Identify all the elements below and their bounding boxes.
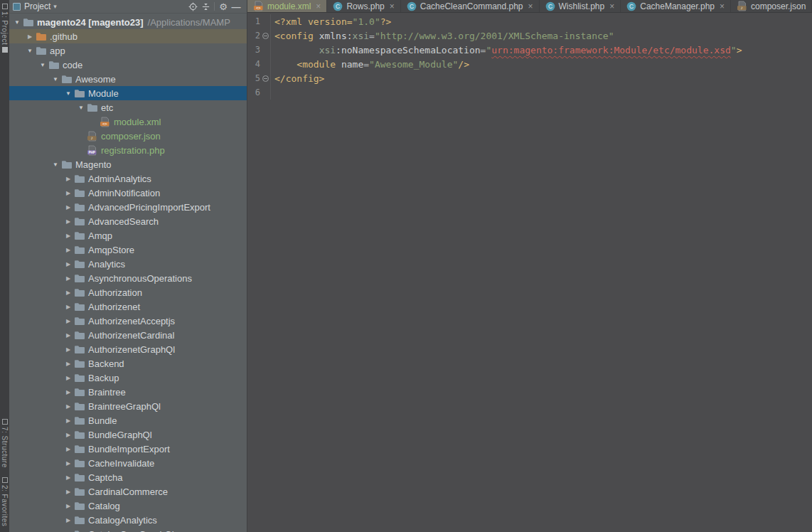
collapse-arrow-icon[interactable]: ▶ [63, 275, 73, 282]
collapse-arrow-icon[interactable]: ▶ [63, 446, 73, 452]
tree-row-advancedpricingimportexport[interactable]: ▶AdvancedPricingImportExport [9, 200, 247, 214]
collapse-arrow-icon[interactable]: ▶ [63, 332, 73, 339]
svg-text:♪: ♪ [91, 135, 93, 140]
tree-item-label: Magento [75, 159, 112, 170]
tree-row-magento24[interactable]: ▼magento24 [magento23]/Applications/MAMP [9, 15, 247, 29]
tree-row-authorizenet[interactable]: ▶Authorizenet [9, 299, 247, 314]
locate-file-button[interactable] [186, 1, 199, 12]
code-token-ns: xsi [353, 31, 369, 41]
close-icon[interactable]: × [720, 2, 725, 11]
collapse-arrow-icon[interactable]: ▶ [63, 318, 73, 324]
tree-row-authorizenetgraphql[interactable]: ▶AuthorizenetGraphQl [9, 342, 247, 356]
close-icon[interactable]: × [390, 2, 395, 11]
expand-arrow-icon[interactable]: ▼ [25, 48, 35, 54]
close-icon[interactable]: × [528, 2, 533, 11]
tree-row-app[interactable]: ▼app [9, 43, 247, 58]
collapse-arrow-icon[interactable]: ▶ [63, 503, 73, 509]
expand-arrow-icon[interactable]: ▼ [50, 161, 60, 168]
collapse-arrow-icon[interactable]: ▶ [63, 474, 73, 481]
tab-rows.php[interactable]: CRows.php× [327, 0, 400, 12]
tree-row-bundleimportexport[interactable]: ▶BundleImportExport [9, 442, 247, 456]
tree-row-module[interactable]: ▼Module [9, 86, 247, 100]
favorites-tool-button[interactable]: 2: Favorites [1, 475, 9, 526]
tab-module.xml[interactable]: <>module.xml× [247, 0, 327, 12]
close-icon[interactable]: × [316, 2, 321, 11]
tab-cachemanager.php[interactable]: CCacheManager.php× [621, 0, 731, 12]
collapse-arrow-icon[interactable]: ▶ [63, 190, 73, 196]
collapse-arrow-icon[interactable]: ▶ [63, 233, 73, 239]
tree-row-amqp[interactable]: ▶Amqp [9, 228, 247, 243]
collapse-arrow-icon[interactable]: ▶ [25, 33, 35, 40]
tab-wishlist.php[interactable]: CWishlist.php× [540, 0, 621, 12]
collapse-arrow-icon[interactable]: ▶ [63, 204, 73, 211]
collapse-arrow-icon[interactable]: ▶ [63, 375, 73, 381]
tree-row-authorization[interactable]: ▶Authorization [9, 285, 247, 299]
settings-button[interactable]: ⚙ [217, 1, 230, 12]
collapse-arrow-icon[interactable]: ▶ [63, 361, 73, 367]
collapse-arrow-icon[interactable]: ▶ [63, 403, 73, 410]
tree-row-advancedsearch[interactable]: ▶AdvancedSearch [9, 214, 247, 228]
collapse-arrow-icon[interactable]: ▶ [63, 218, 73, 225]
collapse-arrow-icon[interactable]: ▶ [63, 432, 73, 438]
collapse-arrow-icon[interactable]: ▶ [63, 389, 73, 395]
tree-row-backend[interactable]: ▶Backend [9, 356, 247, 371]
tree-row-composer.json[interactable]: ♪composer.json [9, 129, 247, 143]
chevron-down-icon[interactable]: ▾ [53, 3, 57, 10]
collapse-arrow-icon[interactable]: ▶ [63, 247, 73, 253]
tree-row-bundlegraphql[interactable]: ▶BundleGraphQl [9, 427, 247, 442]
collapse-arrow-icon[interactable]: ▶ [63, 289, 73, 296]
code-line: <?xml version="1.0"?> [271, 16, 391, 27]
tree-row-magento[interactable]: ▼Magento [9, 157, 247, 171]
tree-row-amqpstore[interactable]: ▶AmqpStore [9, 243, 247, 257]
collapse-arrow-icon[interactable]: ▶ [63, 304, 73, 310]
tree-row-backup[interactable]: ▶Backup [9, 371, 247, 385]
collapse-all-button[interactable] [199, 1, 212, 12]
tree-row-bundle[interactable]: ▶Bundle [9, 413, 247, 427]
expand-arrow-icon[interactable]: ▼ [63, 90, 73, 97]
collapse-arrow-icon[interactable]: ▶ [63, 346, 73, 353]
expand-arrow-icon[interactable]: ▼ [38, 62, 48, 68]
project-tool-button[interactable]: 1: Project [1, 1, 9, 55]
tree-row-registration.php[interactable]: PHPregistration.php [9, 143, 247, 157]
tab-cachecleancommand.php[interactable]: CCacheCleanCommand.php× [401, 0, 540, 12]
tree-row-etc[interactable]: ▼etc [9, 100, 247, 115]
fold-icon[interactable] [262, 33, 269, 39]
close-icon[interactable]: × [609, 2, 614, 11]
collapse-arrow-icon[interactable]: ▶ [63, 460, 73, 467]
expand-arrow-icon[interactable]: ▼ [12, 19, 22, 26]
collapse-arrow-icon[interactable]: ▶ [63, 261, 73, 267]
tree-row-cardinalcommerce[interactable]: ▶CardinalCommerce [9, 484, 247, 499]
hide-panel-button[interactable]: — [230, 1, 242, 12]
expand-arrow-icon[interactable]: ▼ [76, 105, 86, 111]
tree-item-label: module.xml [114, 117, 161, 127]
tree-item-label: magento24 [magento23] [37, 17, 144, 28]
tree-row-cacheinvalidate[interactable]: ▶CacheInvalidate [9, 456, 247, 470]
tree-row-analytics[interactable]: ▶Analytics [9, 257, 247, 271]
tree-row-adminnotification[interactable]: ▶AdminNotification [9, 186, 247, 200]
tree-row-catalogcmsgraphql[interactable]: ▶CatalogCmsGraphQl [9, 527, 247, 532]
tree-row-braintreegraphql[interactable]: ▶BraintreeGraphQl [9, 399, 247, 413]
collapse-arrow-icon[interactable]: ▶ [63, 489, 73, 495]
expand-arrow-icon[interactable]: ▼ [50, 76, 60, 83]
tree-row-authorizenetcardinal[interactable]: ▶AuthorizenetCardinal [9, 328, 247, 342]
tree-row-awesome[interactable]: ▼Awesome [9, 72, 247, 86]
collapse-arrow-icon[interactable]: ▶ [63, 176, 73, 182]
fold-marker[interactable] [260, 33, 270, 39]
tree-row-module.xml[interactable]: <>module.xml [9, 115, 247, 129]
tree-row-captcha[interactable]: ▶Captcha [9, 470, 247, 484]
tree-row-authorizenetacceptjs[interactable]: ▶AuthorizenetAcceptjs [9, 314, 247, 328]
tree-row-catalog[interactable]: ▶Catalog [9, 499, 247, 513]
collapse-arrow-icon[interactable]: ▶ [63, 417, 73, 424]
fold-marker[interactable] [260, 75, 270, 82]
tree-row-cataloganalytics[interactable]: ▶CatalogAnalytics [9, 513, 247, 527]
code-editor[interactable]: 1<?xml version="1.0"?>2<config xmlns:xsi… [247, 13, 812, 532]
tab-composer.json[interactable]: ♪composer.json [731, 0, 812, 12]
tree-row-asynchronousoperations[interactable]: ▶AsynchronousOperations [9, 271, 247, 285]
structure-tool-button[interactable]: 7: Structure [1, 417, 9, 468]
tree-row-adminanalytics[interactable]: ▶AdminAnalytics [9, 171, 247, 186]
fold-icon[interactable] [262, 75, 269, 82]
tree-row-braintree[interactable]: ▶Braintree [9, 385, 247, 399]
collapse-arrow-icon[interactable]: ▶ [63, 517, 73, 523]
tree-row-.github[interactable]: ▶.github [9, 29, 247, 43]
tree-row-code[interactable]: ▼code [9, 58, 247, 72]
